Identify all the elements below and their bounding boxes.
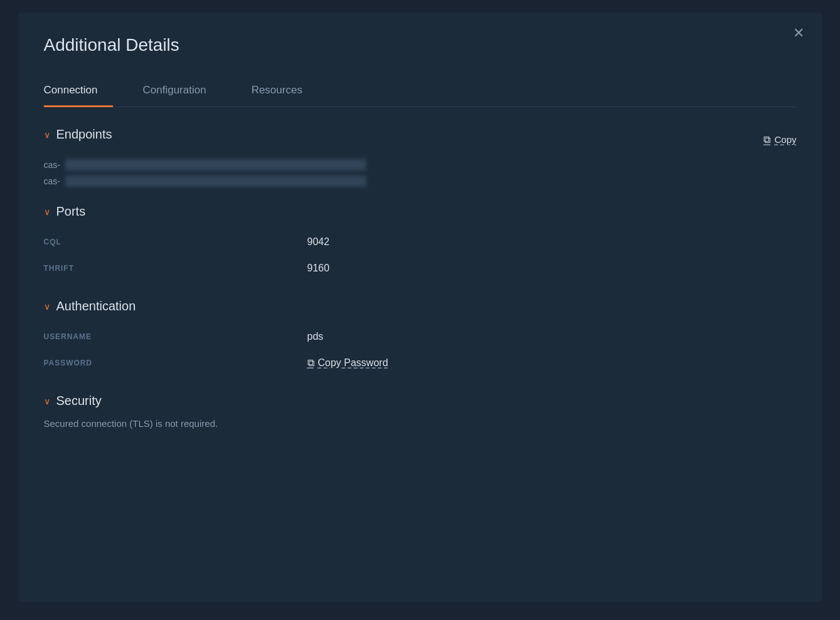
authentication-chevron-icon: ∨ [44, 302, 50, 312]
copy-password-icon: ⧉ [307, 357, 314, 369]
authentication-header: ∨ Authentication [44, 299, 797, 313]
cql-label: CQL [44, 238, 307, 246]
security-chevron-icon: ∨ [44, 396, 50, 406]
copy-password-button[interactable]: ⧉ Copy Password [307, 357, 388, 369]
username-label: USERNAME [44, 332, 307, 341]
ports-title: Ports [56, 204, 86, 219]
security-title: Security [56, 394, 102, 408]
authentication-section: ∨ Authentication USERNAME pds PASSWORD ⧉… [44, 299, 797, 376]
username-row: USERNAME pds [44, 323, 797, 350]
username-value: pds [307, 331, 324, 342]
ports-chevron-icon: ∨ [44, 207, 50, 217]
ports-thrift-row: THRIFT 9160 [44, 255, 797, 281]
modal-container: ✕ Additional Details Connection Configur… [19, 13, 822, 602]
ports-header: ∨ Ports [44, 204, 797, 219]
endpoints-section: ∨ Endpoints ⧉ Copy cas- cas- [44, 127, 797, 187]
endpoint-prefix-2: cas- [44, 176, 60, 186]
thrift-value: 9160 [307, 263, 330, 274]
modal-title: Additional Details [44, 35, 797, 55]
copy-password-label: Copy Password [318, 357, 388, 369]
endpoint-value-2 [65, 176, 366, 187]
security-text: Secured connection (TLS) is not required… [44, 418, 797, 429]
close-button[interactable]: ✕ [793, 26, 804, 40]
endpoints-copy-button[interactable]: ⧉ Copy [763, 134, 796, 145]
endpoints-header: ∨ Endpoints [44, 127, 112, 142]
endpoints-chevron-icon: ∨ [44, 130, 50, 140]
copy-icon: ⧉ [763, 134, 770, 145]
ports-cql-row: CQL 9042 [44, 229, 797, 255]
tab-bar: Connection Configuration Resources [44, 78, 797, 107]
endpoint-value-1 [65, 159, 366, 171]
tab-connection[interactable]: Connection [44, 78, 113, 107]
security-header: ∨ Security [44, 394, 797, 408]
endpoint-item-2: cas- [44, 176, 797, 187]
close-icon: ✕ [793, 25, 804, 41]
thrift-label: THRIFT [44, 264, 307, 273]
password-row: PASSWORD ⧉ Copy Password [44, 350, 797, 376]
cql-value: 9042 [307, 236, 330, 248]
copy-label: Copy [774, 134, 796, 145]
ports-section: ∨ Ports CQL 9042 THRIFT 9160 [44, 204, 797, 281]
tab-configuration[interactable]: Configuration [143, 78, 221, 107]
endpoint-item-1: cas- [44, 159, 797, 171]
endpoints-title: Endpoints [56, 127, 112, 142]
password-label: PASSWORD [44, 359, 307, 367]
security-section: ∨ Security Secured connection (TLS) is n… [44, 394, 797, 429]
tab-resources[interactable]: Resources [252, 78, 317, 107]
endpoint-prefix-1: cas- [44, 160, 60, 170]
authentication-title: Authentication [56, 299, 136, 313]
